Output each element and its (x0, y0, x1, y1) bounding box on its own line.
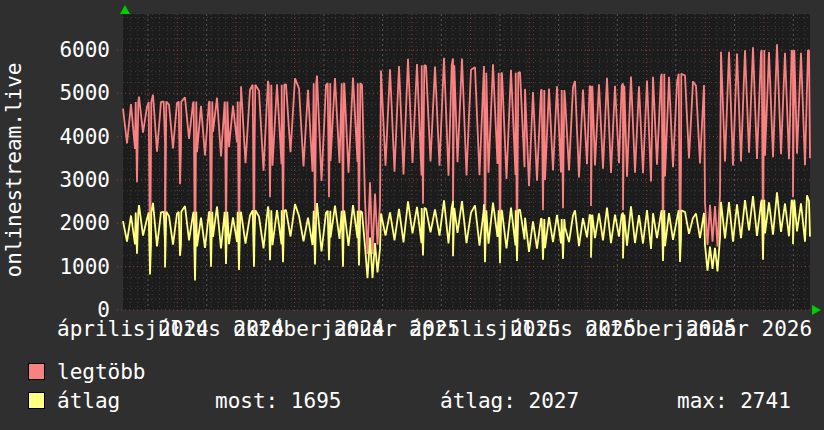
legend-label-avg: átlag (57, 389, 120, 413)
legend-swatch-max (28, 363, 45, 380)
x-axis: április 2024július 2024október 2024januá… (0, 318, 824, 342)
rrd-graph: onlinestream.live 6000500040003000200010… (0, 0, 824, 430)
legend-label-max: legtöbb (57, 360, 146, 384)
y-axis-label: 2000 (0, 212, 110, 234)
stat-atlag: átlag: 2027 (440, 390, 579, 412)
right-arrow-icon (812, 305, 821, 315)
y-axis-label: 3000 (0, 169, 110, 191)
legend-item-legtobb: legtöbb (28, 361, 146, 383)
legend-swatch-avg (28, 392, 45, 409)
y-axis-label: 4000 (0, 126, 110, 148)
legend-item-atlag: átlag (28, 390, 120, 412)
x-axis-label: január 2026 (673, 318, 812, 340)
up-arrow-icon (120, 5, 130, 14)
y-axis-label: 1000 (0, 256, 110, 278)
chart-plot (115, 14, 814, 318)
y-axis-label: 5000 (0, 82, 110, 104)
stat-max: max: 2741 (677, 390, 791, 412)
stat-most: most: 1695 (215, 390, 341, 412)
y-axis-label: 6000 (0, 39, 110, 61)
